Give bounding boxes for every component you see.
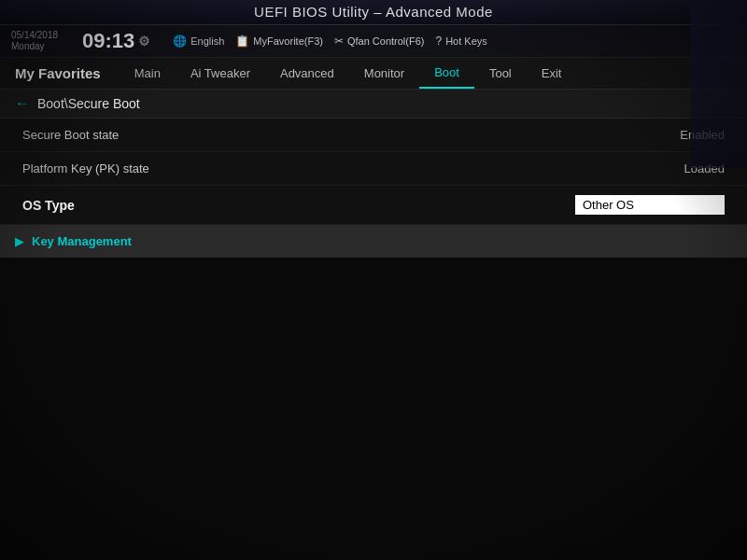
language-label: English xyxy=(190,35,224,47)
nav-item-ai-tweaker[interactable]: Ai Tweaker xyxy=(176,59,265,88)
bottom-area xyxy=(0,308,747,560)
nav-item-favorites[interactable]: My Favorites xyxy=(7,58,120,89)
myfavorite-label: MyFavorite(F3) xyxy=(253,35,323,47)
language-icon: 🌐 xyxy=(173,35,187,48)
nav-item-monitor[interactable]: Monitor xyxy=(349,59,419,88)
nav-item-main[interactable]: Main xyxy=(120,59,176,88)
nav-item-boot[interactable]: Boot xyxy=(419,58,474,89)
date-display: 05/14/2018 Monday xyxy=(11,30,67,52)
nav-bar: My Favorites Main Ai Tweaker Advanced Mo… xyxy=(0,58,747,90)
right-decoration xyxy=(691,0,747,168)
day-text: Monday xyxy=(11,41,67,52)
platform-key-state-row: Platform Key (PK) state Loaded xyxy=(0,152,747,186)
platform-key-state-label: Platform Key (PK) state xyxy=(22,161,613,175)
time-display: 09:13 ⚙ xyxy=(82,29,150,53)
os-type-row: OS Type Other OS xyxy=(0,186,747,225)
os-type-value-text: Other OS xyxy=(583,198,634,212)
info-bar: 05/14/2018 Monday 09:13 ⚙ 🌐 English 📋 My… xyxy=(0,25,747,58)
secure-boot-state-label: Secure Boot state xyxy=(22,128,613,142)
content-area: Secure Boot state Enabled Platform Key (… xyxy=(0,119,747,258)
breadcrumb: ← Boot\Secure Boot xyxy=(0,90,747,119)
date-text: 05/14/2018 xyxy=(11,30,67,41)
secure-boot-state-row: Secure Boot state Enabled xyxy=(0,119,747,152)
settings-table: Secure Boot state Enabled Platform Key (… xyxy=(0,119,747,225)
os-type-label: OS Type xyxy=(22,198,575,213)
gear-icon: ⚙ xyxy=(138,34,150,49)
hotkeys-label: Hot Keys xyxy=(445,35,487,47)
title-bar: UEFI BIOS Utility – Advanced Mode xyxy=(0,0,747,25)
qfan-icon: ✂ xyxy=(334,35,344,48)
myfavorite-button[interactable]: 📋 MyFavorite(F3) xyxy=(235,35,323,48)
section-expand-icon: ▶ xyxy=(15,234,24,248)
hotkeys-button[interactable]: ? Hot Keys xyxy=(435,35,486,48)
qfan-button[interactable]: ✂ Qfan Control(F6) xyxy=(334,35,425,48)
os-type-dropdown[interactable]: Other OS xyxy=(575,195,725,215)
title-text: UEFI BIOS Utility – Advanced Mode xyxy=(254,4,493,20)
key-management-label: Key Management xyxy=(32,234,132,248)
info-buttons: 🌐 English 📋 MyFavorite(F3) ✂ Qfan Contro… xyxy=(173,35,736,48)
time-text: 09:13 xyxy=(82,29,134,53)
nav-item-exit[interactable]: Exit xyxy=(527,59,577,88)
hotkeys-icon: ? xyxy=(435,35,442,48)
nav-item-advanced[interactable]: Advanced xyxy=(265,59,349,88)
back-arrow-icon[interactable]: ← xyxy=(15,95,30,112)
language-button[interactable]: 🌐 English xyxy=(173,35,224,48)
nav-item-tool[interactable]: Tool xyxy=(474,59,527,88)
key-management-section[interactable]: ▶ Key Management xyxy=(0,225,747,258)
myfavorite-icon: 📋 xyxy=(235,35,249,48)
qfan-label: Qfan Control(F6) xyxy=(347,35,425,47)
breadcrumb-text: Boot\Secure Boot xyxy=(37,96,140,111)
